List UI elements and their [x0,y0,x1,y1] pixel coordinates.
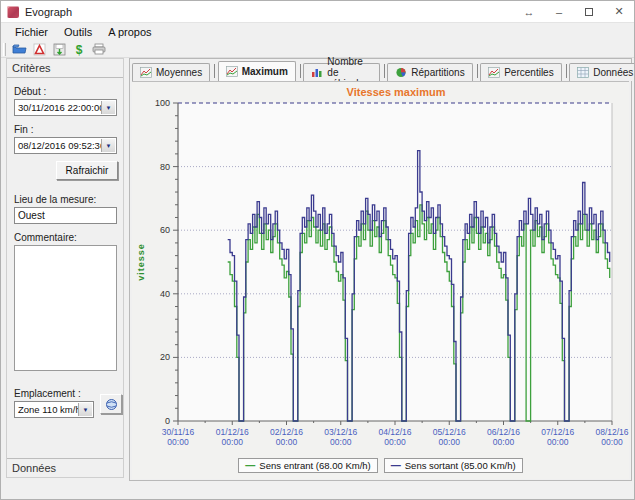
svg-text:01/12/16: 01/12/16 [216,427,249,437]
pdf-export-icon[interactable] [30,42,48,57]
toolbar-grip [3,43,6,56]
resize-horizontal-icon[interactable]: ↔ [514,1,544,22]
tab-moyennes[interactable]: Moyennes [132,63,210,81]
main-panel: MoyennesMaximumNombre de véhiculesRépart… [129,58,632,481]
svg-text:05/12/16: 05/12/16 [433,427,466,437]
chevron-down-icon[interactable]: ▼ [101,101,115,114]
svg-text:30/11/16: 30/11/16 [162,427,195,437]
maximize-icon [585,8,593,16]
svg-text:40: 40 [160,289,170,299]
window-title: Evograph [25,6,72,18]
svg-text:20: 20 [160,352,170,362]
tab-separator [566,64,567,78]
legend-label: Sens entrant (68.00 Km/h) [259,460,370,471]
svg-text:80: 80 [160,162,170,172]
globe-button[interactable] [100,394,122,414]
lieu-label: Lieu de la mesure: [14,194,123,205]
tab-label: Répartitions [411,67,464,78]
close-button[interactable]: ✕ [604,1,634,22]
svg-text:08/12/16: 08/12/16 [595,427,628,437]
minimize-button[interactable]: – [544,1,574,22]
svg-text:0: 0 [165,416,170,426]
svg-text:03/12/16: 03/12/16 [324,427,357,437]
legend-color-dash: — [391,460,401,471]
legend-label: Sens sortant (85.00 Km/h) [405,460,516,471]
commentaire-textarea[interactable] [14,245,117,371]
svg-text:00:00: 00:00 [439,437,461,447]
fin-datetime-value: 08/12/2016 09:52:30 [18,140,105,151]
menu-item-outils[interactable]: Outils [56,25,100,40]
menu-item-a-propos[interactable]: A propos [100,25,159,40]
tab-strip: MoyennesMaximumNombre de véhiculesRépart… [132,61,635,81]
pie-chart-icon [395,67,407,78]
svg-text:$: $ [76,43,83,56]
curve-chart-icon [226,66,238,77]
menu-item-fichier[interactable]: Fichier [7,25,56,40]
maximize-button[interactable] [574,1,604,22]
donnees-panel-caption[interactable]: Données [7,458,123,477]
svg-text:00:00: 00:00 [167,437,189,447]
title-bar: Evograph ↔ – ✕ [1,1,634,23]
svg-text:60: 60 [160,225,170,235]
tab-separator [477,64,478,78]
tab-separator [214,64,215,78]
svg-text:00:00: 00:00 [276,437,298,447]
refresh-button[interactable]: Rafraichir [56,161,118,180]
export-currency-icon[interactable]: $ [70,42,88,57]
legend-color-dash: — [245,460,255,471]
tab-separator [384,64,385,78]
open-folder-icon[interactable] [10,42,28,57]
debut-datetime-combo[interactable]: 30/11/2016 22:00:00 ▼ [14,99,117,116]
tab-label: Moyennes [156,67,202,78]
app-window: Evograph ↔ – ✕ FichierOutilsA propos $ C… [0,0,635,500]
criteria-panel-caption[interactable]: Critères [7,59,123,78]
chevron-down-icon[interactable]: ▼ [78,403,92,416]
legend-item: —Sens sortant (85.00 Km/h) [384,458,523,473]
tab-label: Maximum [242,66,288,77]
debut-label: Début : [14,86,123,97]
tab-nombre-de-véhicules[interactable]: Nombre de véhicules [303,63,379,81]
svg-text:00:00: 00:00 [384,437,406,447]
chart-area: Vitesses maximum 020406080100vitesse30/1… [132,81,629,479]
criteria-panel: Critères Début : 30/11/2016 22:00:00 ▼ F… [6,58,124,478]
tab-données[interactable]: Données [569,63,635,81]
svg-text:00:00: 00:00 [222,437,244,447]
svg-text:02/12/16: 02/12/16 [270,427,303,437]
lieu-value: Ouest [18,210,45,221]
toolbar: $ [1,41,634,58]
svg-text:04/12/16: 04/12/16 [378,427,411,437]
tab-maximum[interactable]: Maximum [218,61,296,81]
emplacement-combo[interactable]: Zone 110 km/h ▼ [14,401,94,418]
svg-text:100: 100 [155,98,170,108]
lieu-input[interactable]: Ouest [14,207,117,224]
chart-title: Vitesses maximum [178,86,614,98]
svg-text:vitesse: vitesse [136,243,146,281]
globe-icon [105,398,118,411]
emplacement-row: Emplacement : Zone 110 km/h ▼ [7,380,123,418]
svg-text:00:00: 00:00 [493,437,515,447]
print-icon[interactable] [90,42,108,57]
menu-bar: FichierOutilsA propos [1,24,634,41]
speed-chart[interactable]: 020406080100vitesse30/11/1600:0001/12/16… [132,98,635,450]
svg-text:06/12/16: 06/12/16 [487,427,520,437]
commentaire-label: Commentaire: [14,232,123,243]
tab-label: Percentiles [504,67,553,78]
curve-chart-icon [488,67,500,78]
tab-répartitions[interactable]: Répartitions [387,63,472,81]
tab-percentiles[interactable]: Percentiles [480,63,561,81]
tab-label: Données [593,67,633,78]
window-controls: ↔ – ✕ [514,1,634,22]
svg-text:07/12/16: 07/12/16 [541,427,574,437]
chevron-down-icon[interactable]: ▼ [101,139,115,152]
bar-chart-icon [311,67,323,78]
emplacement-value: Zone 110 km/h [18,404,81,415]
fin-datetime-combo[interactable]: 08/12/2016 09:52:30 ▼ [14,137,117,154]
svg-text:00:00: 00:00 [601,437,623,447]
svg-text:00:00: 00:00 [330,437,352,447]
app-icon [7,6,19,18]
save-image-icon[interactable] [50,42,68,57]
table-icon [577,67,589,78]
svg-text:00:00: 00:00 [547,437,569,447]
chart-legend: —Sens entrant (68.00 Km/h)—Sens sortant … [132,458,629,473]
curve-chart-icon [140,67,152,78]
